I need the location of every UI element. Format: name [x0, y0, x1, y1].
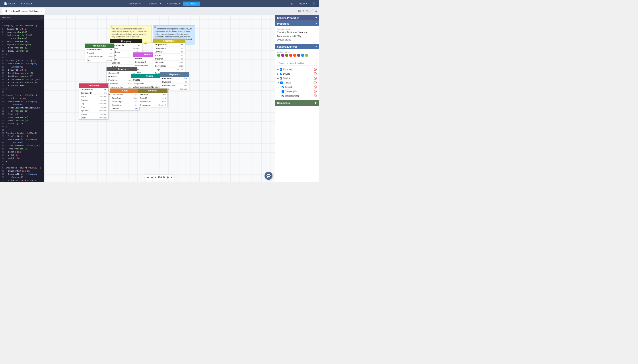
explorer-trailerid[interactable]: TrailerID 🚫 — [282, 85, 317, 89]
schema-properties-section: Schema Properties ▾ — [275, 15, 319, 21]
color-lime[interactable] — [305, 54, 308, 57]
color-orange[interactable] — [293, 54, 296, 57]
main-content: Markup ‹ 1 2Company [color: #000000] { 3… — [0, 15, 319, 182]
color-red[interactable] — [289, 54, 292, 57]
properties-body: Schema Name Trucking Business Database D… — [275, 26, 319, 44]
explorer-trailer-companyid[interactable]: CompanyID 🚫 — [282, 89, 317, 94]
export-icon: ⬇ — [146, 2, 148, 5]
trucks-delete-icon[interactable]: 🚫 — [313, 76, 317, 80]
trailernumber-checkbox[interactable] — [282, 95, 284, 97]
tab-right-controls: ⊞ ↗ ⇅ ⛶ ⇔ — [298, 9, 317, 13]
undo-button[interactable]: ↩ — [147, 176, 149, 179]
zoom-out-button[interactable]: − — [155, 176, 156, 179]
import-menu[interactable]: ⬆ IMPORT ▾ — [124, 2, 143, 6]
comments-chevron-icon: ▶ — [315, 102, 317, 104]
explorer-trailers[interactable]: ▼ Trailers 🚫 — [277, 80, 317, 85]
color-green[interactable] — [277, 54, 280, 57]
properties-section: Properties ▾ Schema Name Trucking Busine… — [275, 21, 319, 44]
export-chevron-icon: ▾ — [160, 2, 161, 5]
schema-explorer-header[interactable]: Schema Explorer ▾ — [275, 44, 319, 49]
trailers-delete-icon[interactable]: 🚫 — [313, 81, 317, 84]
share-chevron-icon: ▾ — [179, 2, 180, 5]
view-icon: 👁 — [21, 2, 23, 5]
file-menu[interactable]: 📄 FILE ▾ — [2, 2, 18, 6]
twitter-icon: 🐦 — [185, 2, 188, 5]
explorer-trucks[interactable]: ▶ Trucks 🚫 — [277, 76, 317, 80]
sidebar-toggle-icon[interactable]: ⇔ — [315, 9, 317, 13]
help-chevron-icon: ▾ — [306, 2, 307, 5]
trailernumber-delete-icon[interactable]: 🚫 — [313, 94, 317, 98]
chat-fab-button[interactable]: 💬 — [265, 172, 272, 180]
redo-button[interactable]: ↪ — [151, 176, 153, 179]
user-avatar[interactable]: 👤 — [310, 1, 317, 6]
trucks-checkbox[interactable] — [280, 77, 282, 80]
view-chevron-icon: ▾ — [31, 2, 32, 5]
fullscreen-icon[interactable]: ⛶ — [310, 9, 313, 13]
export-tab-icon[interactable]: ↗ — [302, 9, 305, 13]
help-menu[interactable]: HELP ▾ — [296, 1, 309, 6]
zoom-reset-button[interactable]: ⊕ — [167, 176, 169, 179]
tab-trucking-db[interactable]: 🗄 Trucking Business Database ✕ — [2, 8, 46, 14]
table-orders[interactable]: Orders CustomerIDint OrderDatedate Total… — [110, 88, 140, 110]
schema-explorer-section: Schema Explorer ▾ Project Colors — [275, 44, 319, 100]
properties-header[interactable]: Properties ▾ — [275, 21, 319, 26]
table-maintenance[interactable]: Maintenance MaintenanceIDint TruckIDint … — [85, 44, 115, 62]
db-icon: 🗄 — [5, 10, 7, 12]
file-icon: 📄 — [4, 2, 7, 5]
trailer-companyid-delete-icon[interactable]: 🚫 — [313, 90, 317, 93]
comments-header[interactable]: Comments ▶ — [275, 100, 319, 106]
color-palette-track — [277, 59, 317, 59]
tab-close-icon[interactable]: ✕ — [41, 10, 43, 12]
trailers-checkbox[interactable] — [280, 82, 283, 84]
share-icon: ↗ — [166, 2, 168, 5]
markup-panel: Markup ‹ 1 2Company [color: #000000] { 3… — [0, 15, 44, 182]
comments-section: Comments ▶ — [275, 100, 319, 106]
add-tab-button[interactable]: + — [46, 8, 51, 14]
color-purple[interactable] — [281, 54, 284, 57]
color-palette — [277, 54, 317, 57]
tab-bar: 🗄 Trucking Business Database ✕ + ⊞ ↗ ⇅ ⛶… — [0, 7, 319, 15]
markup-collapse-icon[interactable]: ‹ — [41, 16, 42, 19]
trailers-sub-items: TrailerID 🚫 CompanyID 🚫 TrailerNumber 🚫 — [277, 85, 317, 98]
color-olive[interactable] — [285, 54, 288, 57]
file-chevron-icon: ▾ — [14, 2, 15, 5]
tweet-button[interactable]: 🐦 TWEET — [183, 2, 200, 6]
filter-icon[interactable]: ⇅ — [306, 9, 309, 13]
nav-right-actions: ⚙ HELP ▾ 👤 — [289, 1, 317, 6]
color-brown[interactable] — [297, 54, 300, 57]
canvas-area[interactable]: The database schema is normalized to red… — [44, 15, 275, 182]
explorer-chevron-icon: ▾ — [315, 45, 317, 48]
properties-chevron-icon: ▾ — [315, 22, 317, 25]
table-invoices[interactable]: Invoices InvoiceIDint OrderIDint Invoice… — [138, 88, 168, 107]
top-navigation: 📄 FILE ▾ 👁 VIEW ▾ ⬆ IMPORT ▾ ⬇ EXPORT ▾ … — [0, 0, 319, 7]
nav-center: ⬆ IMPORT ▾ ⬇ EXPORT ▾ ↗ SHARE ▾ 🐦 TWEET — [36, 2, 288, 6]
markup-content: 1 2Company [color: #000000] { 3 CompanyI… — [0, 20, 44, 182]
explorer-company[interactable]: ▶ Company 🚫 — [277, 67, 317, 72]
company-checkbox[interactable] — [280, 68, 282, 71]
drivers-checkbox[interactable] — [280, 72, 282, 75]
schema-properties-header[interactable]: Schema Properties ▾ — [275, 15, 319, 20]
color-blue[interactable] — [301, 54, 304, 57]
company-delete-icon[interactable]: 🚫 — [313, 68, 317, 71]
share-menu[interactable]: ↗ SHARE ▾ — [164, 2, 182, 6]
import-icon: ⬆ — [126, 2, 128, 5]
explorer-drivers[interactable]: ▶ Drivers 🚫 — [277, 72, 317, 76]
zoom-level: 100 — [158, 176, 162, 179]
schema-props-chevron-icon: ▾ — [315, 16, 317, 19]
zoom-in-button[interactable]: + — [171, 176, 172, 179]
trailer-companyid-checkbox[interactable] — [282, 90, 284, 93]
trailerid-delete-icon[interactable]: 🚫 — [313, 86, 317, 88]
drivers-delete-icon[interactable]: 🚫 — [313, 72, 317, 75]
table-payments[interactable]: Payments PaymentIDint InvoiceIDint Payme… — [160, 72, 189, 91]
table-customers[interactable]: Customers CustomerIDint CompanyIDint Nam… — [79, 83, 109, 120]
grid-view-icon[interactable]: ⊞ — [298, 9, 301, 13]
export-menu[interactable]: ⬇ EXPORT ▾ — [144, 2, 163, 6]
right-panel: Schema Properties ▾ Properties ▾ Schema … — [275, 15, 319, 182]
schema-search-input[interactable] — [277, 61, 317, 66]
explorer-trailernumber[interactable]: TrailerNumber 🚫 — [282, 94, 317, 98]
markup-header: Markup ‹ — [0, 15, 44, 20]
view-menu[interactable]: 👁 VIEW ▾ — [19, 2, 35, 6]
settings-icon[interactable]: ⚙ — [289, 1, 295, 6]
trailerid-checkbox[interactable] — [282, 86, 284, 88]
schema-explorer-body: Project Colors ▶ Company — [275, 49, 319, 100]
